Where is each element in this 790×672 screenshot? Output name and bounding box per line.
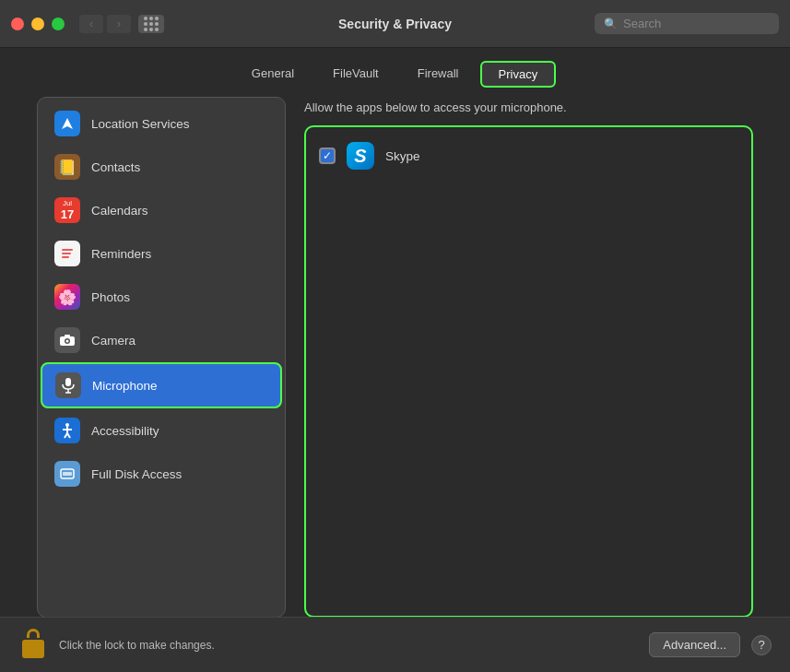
svg-point-11 (65, 423, 69, 427)
tabs-area: General FileVault Firewall Privacy (0, 48, 790, 97)
sidebar-item-location-services[interactable]: Location Services (41, 102, 281, 145)
sidebar-item-contacts[interactable]: 📒 Contacts (41, 146, 281, 188)
skype-icon: S (347, 142, 374, 170)
tab-privacy[interactable]: Privacy (480, 61, 557, 88)
window-title: Security & Privacy (338, 17, 452, 31)
sidebar-item-camera[interactable]: Camera (41, 319, 281, 361)
maximize-button[interactable] (52, 18, 65, 30)
checkmark-icon: ✓ (323, 150, 332, 161)
main-content: Location Services 📒 Contacts Jul 17 Cale… (0, 97, 790, 618)
calendars-icon: Jul 17 (54, 197, 80, 223)
sidebar: Location Services 📒 Contacts Jul 17 Cale… (37, 97, 286, 618)
svg-rect-17 (63, 472, 72, 476)
apps-list[interactable]: ✓ S Skype (304, 125, 753, 618)
svg-rect-2 (62, 253, 71, 254)
minimize-button[interactable] (31, 18, 44, 30)
titlebar: ‹ › Security & Privacy 🔍 (0, 0, 790, 48)
svg-rect-7 (65, 335, 70, 337)
svg-rect-1 (62, 249, 73, 251)
sidebar-item-label: Microphone (92, 379, 158, 393)
accessibility-icon (54, 418, 80, 443)
sidebar-item-label: Full Disk Access (91, 467, 182, 481)
sidebar-item-photos[interactable]: 🌸 Photos (41, 276, 281, 318)
svg-rect-8 (65, 378, 71, 386)
sidebar-item-microphone[interactable]: Microphone (41, 362, 282, 408)
search-input[interactable] (623, 17, 771, 30)
reminders-icon (54, 241, 80, 266)
lock-label: Click the lock to make changes. (59, 639, 638, 652)
back-button[interactable]: ‹ (79, 15, 103, 33)
help-button[interactable]: ? (751, 635, 772, 655)
app-name-skype: Skype (385, 149, 420, 163)
tab-firewall[interactable]: Firewall (400, 61, 477, 88)
advanced-button[interactable]: Advanced... (649, 632, 740, 657)
tab-filevault[interactable]: FileVault (315, 61, 396, 88)
forward-button[interactable]: › (107, 15, 131, 33)
app-item-skype[interactable]: ✓ S Skype (306, 135, 751, 177)
close-button[interactable] (11, 18, 24, 30)
sidebar-item-label: Photos (91, 290, 130, 304)
sidebar-item-accessibility[interactable]: Accessibility (41, 409, 281, 452)
svg-rect-3 (62, 256, 69, 258)
sidebar-item-label: Reminders (91, 247, 151, 261)
lock-shackle-icon (27, 629, 40, 638)
traffic-lights (11, 18, 65, 30)
camera-icon (54, 327, 80, 353)
search-icon: 🔍 (604, 18, 618, 30)
bottom-bar: Click the lock to make changes. Advanced… (0, 617, 790, 672)
microphone-icon (55, 372, 81, 398)
sidebar-item-label: Location Services (91, 117, 190, 131)
contacts-icon: 📒 (54, 154, 80, 180)
lock-body-icon (22, 640, 44, 658)
sidebar-item-reminders[interactable]: Reminders (41, 232, 281, 275)
sidebar-item-label: Accessibility (91, 424, 159, 438)
right-panel: Allow the apps below to access your micr… (304, 97, 753, 618)
search-box[interactable]: 🔍 (595, 13, 779, 34)
sidebar-item-full-disk-access[interactable]: Full Disk Access (41, 453, 281, 495)
svg-line-15 (67, 433, 70, 438)
grid-button[interactable] (138, 15, 164, 33)
svg-marker-0 (62, 118, 73, 129)
svg-point-6 (66, 340, 69, 343)
skype-checkbox[interactable]: ✓ (319, 147, 336, 164)
tab-general[interactable]: General (234, 61, 312, 88)
panel-description: Allow the apps below to access your micr… (304, 97, 753, 114)
grid-icon (144, 17, 159, 31)
nav-buttons: ‹ › (79, 15, 131, 33)
location-services-icon (54, 111, 80, 136)
sidebar-item-label: Contacts (91, 160, 140, 174)
sidebar-item-label: Calendars (91, 204, 148, 218)
sidebar-item-label: Camera (91, 334, 136, 348)
photos-icon: 🌸 (54, 284, 80, 310)
sidebar-item-calendars[interactable]: Jul 17 Calendars (41, 189, 281, 231)
full-disk-access-icon (54, 461, 80, 487)
lock-button[interactable] (18, 629, 48, 662)
